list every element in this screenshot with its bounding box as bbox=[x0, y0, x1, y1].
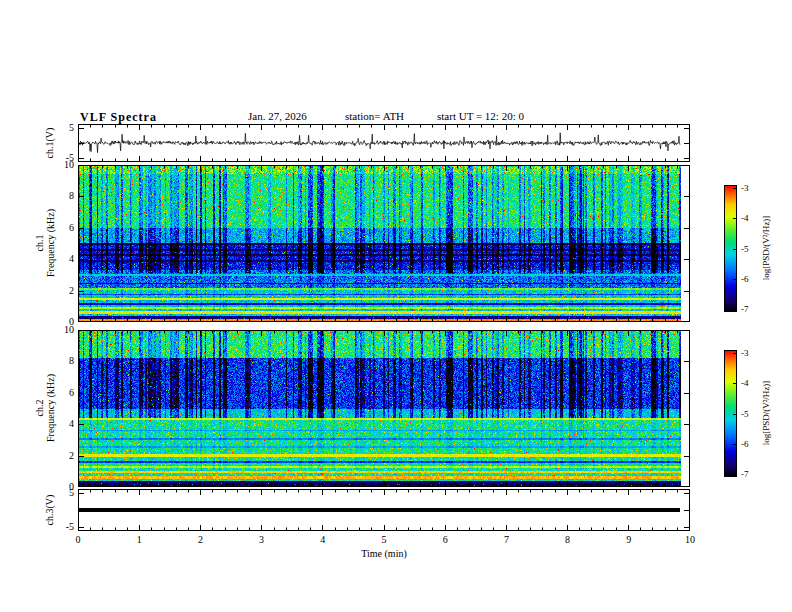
x-tick-label: 8 bbox=[565, 535, 570, 545]
colorbar-2-tick-label: -5 bbox=[741, 409, 749, 419]
colorbar-1-tick-label: -5 bbox=[741, 244, 749, 254]
ch2-frequency-axis-label: ch.2 Frequency (kHz) bbox=[34, 374, 56, 442]
colorbar-1-canvas bbox=[724, 185, 737, 312]
s2-y-tick-label: 10 bbox=[64, 325, 74, 335]
s2-y-tick-label: 4 bbox=[69, 419, 74, 429]
p4-y-tick-label: -5 bbox=[66, 522, 74, 532]
s1-y-tick-label: 2 bbox=[69, 286, 74, 296]
colorbar-2-tick-label: -3 bbox=[741, 348, 749, 358]
figure-title: VLF Spectra bbox=[80, 110, 157, 125]
s1-y-tick-label: 8 bbox=[69, 191, 74, 201]
s2-y-tick-label: 2 bbox=[69, 451, 74, 461]
x-tick-label: 9 bbox=[626, 535, 631, 545]
colorbar-2-tick-label: -6 bbox=[741, 439, 749, 449]
x-tick-label: 2 bbox=[198, 535, 203, 545]
colorbar-1-tick-label: -7 bbox=[741, 304, 749, 314]
colorbar-1-label: log[PSD/(V²/Hz)] bbox=[761, 216, 772, 281]
ch1-spectrogram-panel bbox=[78, 165, 690, 322]
ch1-frequency-axis-label-line2: Frequency (kHz) bbox=[45, 209, 56, 277]
vlf-spectra-figure: VLF Spectra Jan. 27, 2026 station= ATH s… bbox=[0, 0, 792, 612]
colorbar-1-tick-label: -6 bbox=[741, 274, 749, 284]
ch3-waveform-canvas bbox=[78, 489, 690, 531]
p1-y-tick-label: 5 bbox=[69, 123, 74, 133]
p1-y-tick-label: -5 bbox=[66, 153, 74, 163]
ch2-frequency-axis-label-line1: ch.2 bbox=[34, 374, 45, 442]
colorbar-2-tick-label: -7 bbox=[741, 469, 749, 479]
x-tick-label: 7 bbox=[504, 535, 509, 545]
colorbar-1-tick-label: -4 bbox=[741, 213, 749, 223]
colorbar-2-label: log[PSD/(V²/Hz)] bbox=[761, 381, 772, 446]
station-label: station= ATH bbox=[345, 110, 404, 122]
x-tick-label: 6 bbox=[443, 535, 448, 545]
ch1-frequency-axis-label-line1: ch.1 bbox=[34, 209, 45, 277]
ch2-spectrogram-canvas bbox=[78, 330, 690, 487]
ch3-waveform-panel bbox=[78, 489, 690, 531]
start-ut-label: start UT = 12: 20: 0 bbox=[437, 110, 524, 122]
x-tick-label: 5 bbox=[382, 535, 387, 545]
x-tick-label: 10 bbox=[685, 535, 695, 545]
x-tick-label: 4 bbox=[320, 535, 325, 545]
ch1-voltage-axis-label: ch.1(V) bbox=[44, 128, 55, 159]
s2-y-tick-label: 6 bbox=[69, 388, 74, 398]
ch1-waveform-panel bbox=[78, 124, 690, 162]
ch2-spectrogram-panel bbox=[78, 330, 690, 487]
colorbar-1-tick-label: -3 bbox=[741, 183, 749, 193]
ch1-spectrogram-canvas bbox=[78, 165, 690, 322]
colorbar-2-tick-label: -4 bbox=[741, 378, 749, 388]
x-tick-label: 0 bbox=[76, 535, 81, 545]
colorbar-1 bbox=[724, 185, 737, 312]
ch2-frequency-axis-label-line2: Frequency (kHz) bbox=[45, 374, 56, 442]
p4-y-tick-label: 5 bbox=[69, 488, 74, 498]
ch1-frequency-axis-label: ch.1 Frequency (kHz) bbox=[34, 209, 56, 277]
s1-y-tick-label: 4 bbox=[69, 254, 74, 264]
ch3-voltage-axis-label: ch.3(V) bbox=[44, 495, 55, 526]
s1-y-tick-label: 6 bbox=[69, 223, 74, 233]
figure-date: Jan. 27, 2026 bbox=[248, 110, 307, 122]
colorbar-2-canvas bbox=[724, 350, 737, 477]
x-tick-label: 3 bbox=[259, 535, 264, 545]
s2-y-tick-label: 8 bbox=[69, 356, 74, 366]
ch1-waveform-canvas bbox=[78, 124, 690, 162]
colorbar-2 bbox=[724, 350, 737, 477]
x-tick-label: 1 bbox=[137, 535, 142, 545]
time-axis-label: Time (min) bbox=[361, 548, 406, 559]
